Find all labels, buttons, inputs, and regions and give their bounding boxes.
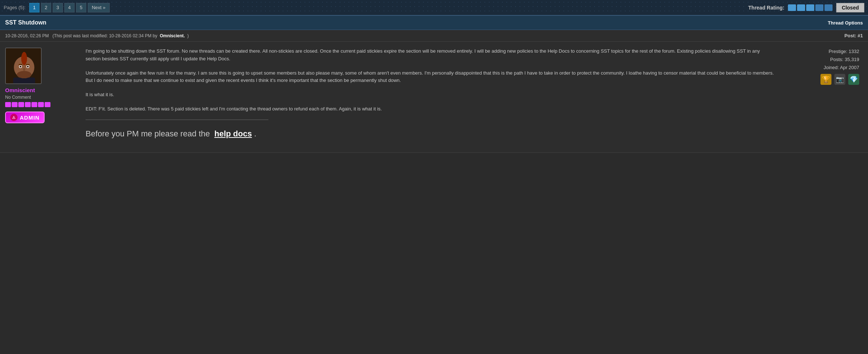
star-2 [797, 4, 805, 11]
user-stat-icons: 🏆 📷 💎 [782, 74, 859, 85]
star-3 [806, 4, 814, 11]
thread-title-bar: SST Shutdown Thread Options [0, 16, 868, 30]
pagination: Pages (5): 1 2 3 4 5 Next » [4, 3, 110, 12]
post-date: 10-28-2016, 02:26 PM (This post was last… [5, 33, 189, 38]
post-meta-bar: 10-28-2016, 02:26 PM (This post was last… [0, 30, 868, 42]
modified-suffix: ) [187, 33, 189, 38]
page-2-btn[interactable]: 2 [41, 3, 51, 12]
star-1 [788, 4, 796, 11]
before-pm-text: Before you PM me please read the [86, 129, 210, 138]
rating-stars [788, 4, 833, 11]
svg-rect-9 [19, 64, 22, 65]
post-number: Post: #1 [844, 33, 863, 38]
username[interactable]: Omniscient [5, 87, 35, 93]
user-panel: Omniscient No Comment ⚠ ADMIN [5, 48, 78, 147]
prestige-stat: Prestige: 1332 [782, 48, 859, 56]
gem-icon: 💎 [848, 74, 859, 85]
posts-stat: Posts: 35,319 [782, 56, 859, 64]
paragraph-3: It is what it is. [86, 91, 775, 99]
user-title: No Comment [5, 95, 31, 100]
rep-dot-4 [25, 102, 31, 107]
post-content: I'm going to be shutting down the SST fo… [78, 48, 782, 147]
post-timestamp: 10-28-2016, 02:26 PM [5, 33, 49, 38]
admin-badge-label: ADMIN [20, 114, 39, 121]
thread-title: SST Shutdown [5, 19, 46, 26]
page-1-btn[interactable]: 1 [29, 3, 39, 12]
rep-dot-2 [12, 102, 18, 107]
rep-dot-1 [5, 102, 11, 107]
svg-point-8 [27, 66, 29, 68]
paragraph-2: Unfortunately once again the few ruin it… [86, 69, 775, 85]
user-stats: Prestige: 1332 Posts: 35,319 Joined: Apr… [782, 48, 863, 147]
thread-options-button[interactable]: Thread Options [828, 20, 863, 26]
page-5-btn[interactable]: 5 [76, 3, 86, 12]
thread-rating-label: Thread Rating: [748, 5, 785, 11]
next-button[interactable]: Next » [88, 3, 110, 12]
closed-badge: Closed [836, 3, 864, 12]
pages-label: Pages (5): [4, 5, 26, 10]
rep-dot-6 [38, 102, 44, 107]
svg-point-11 [23, 68, 25, 71]
joined-stat: Joined: Apr 2007 [782, 64, 859, 72]
divider [86, 120, 268, 120]
admin-icon: ⚠ [10, 114, 18, 121]
period: . [254, 129, 256, 138]
top-bar: Pages (5): 1 2 3 4 5 Next » Thread Ratin… [0, 0, 868, 16]
help-docs-link[interactable]: help docs [214, 129, 252, 138]
rep-dot-7 [45, 102, 50, 107]
rep-dot-5 [31, 102, 37, 107]
svg-rect-10 [26, 64, 30, 65]
camera-icon: 📷 [834, 74, 845, 85]
reputation-bar [5, 102, 50, 107]
page-3-btn[interactable]: 3 [53, 3, 63, 12]
avatar-svg [6, 48, 42, 84]
modified-by[interactable]: Omniscient. [160, 33, 185, 38]
before-pm-paragraph: Before you PM me please read the help do… [86, 127, 775, 140]
svg-point-4 [21, 52, 27, 65]
rep-dot-3 [18, 102, 24, 107]
paragraph-1: I'm going to be shutting down the SST fo… [86, 48, 775, 63]
modified-prefix: (This post was last modified: 10-28-2016… [52, 33, 157, 38]
star-5 [824, 4, 833, 11]
trophy-icon: 🏆 [820, 74, 831, 85]
svg-rect-13 [19, 72, 30, 77]
thread-rating-section: Thread Rating: Closed [748, 3, 864, 12]
svg-rect-2 [13, 78, 35, 84]
avatar [5, 48, 42, 84]
admin-badge: ⚠ ADMIN [5, 112, 45, 123]
svg-point-6 [20, 66, 22, 68]
post-area: Omniscient No Comment ⚠ ADMIN I'm going … [0, 42, 868, 153]
star-4 [815, 4, 823, 11]
paragraph-4: EDIT: F'it. Section is deleted. There wa… [86, 105, 775, 113]
page-4-btn[interactable]: 4 [64, 3, 75, 12]
